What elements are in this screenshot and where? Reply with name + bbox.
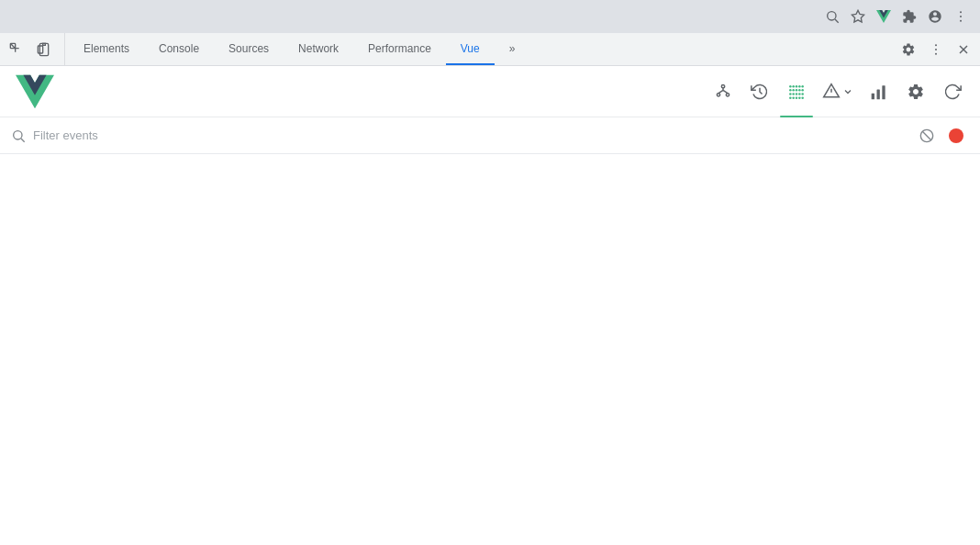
svg-point-12: [935, 52, 937, 54]
svg-point-25: [792, 89, 795, 92]
vue-settings-button[interactable]: [899, 75, 932, 108]
vue-toolbar-icons: [707, 75, 969, 108]
svg-point-4: [960, 16, 962, 17]
svg-point-10: [935, 44, 937, 46]
svg-point-19: [717, 93, 719, 95]
devtools-tabs: Elements Console Sources Network Perform…: [69, 33, 896, 65]
svg-point-11: [935, 49, 937, 50]
vue-toolbar: [0, 66, 980, 117]
devtools-panel-controls: [4, 33, 65, 65]
search-icon: [11, 128, 26, 143]
svg-rect-46: [882, 85, 885, 99]
svg-point-33: [801, 89, 804, 92]
svg-point-22: [792, 84, 795, 87]
performance-tab-button[interactable]: [863, 75, 896, 108]
svg-point-29: [796, 93, 798, 95]
svg-rect-45: [877, 89, 880, 99]
extensions-icon[interactable]: [901, 8, 918, 25]
svg-point-31: [801, 84, 804, 87]
svg-point-0: [828, 12, 836, 20]
vue-content-area: [0, 154, 980, 545]
svg-point-47: [14, 130, 22, 139]
svg-rect-8: [43, 43, 46, 45]
svg-point-40: [801, 96, 804, 99]
search-icon[interactable]: [824, 8, 841, 25]
chrome-topbar: [0, 0, 980, 33]
filter-events-input[interactable]: [33, 128, 907, 142]
svg-point-24: [789, 89, 792, 92]
vue-extension-icon[interactable]: [875, 8, 892, 25]
svg-line-48: [21, 139, 25, 142]
history-button[interactable]: [743, 75, 776, 108]
svg-point-3: [960, 11, 962, 13]
tab-performance[interactable]: Performance: [353, 33, 446, 65]
refresh-button[interactable]: [936, 75, 969, 108]
svg-point-28: [792, 93, 795, 95]
tab-console[interactable]: Console: [144, 33, 214, 65]
tab-vue[interactable]: Vue: [446, 33, 495, 65]
svg-point-20: [726, 93, 729, 95]
vue-logo: [11, 72, 59, 111]
filter-actions: [914, 123, 969, 149]
account-icon[interactable]: [927, 8, 943, 25]
chrome-menu-icon[interactable]: [952, 8, 969, 25]
tab-sources[interactable]: Sources: [214, 33, 284, 65]
inspect-element-button[interactable]: [4, 37, 29, 62]
vue-panel: [0, 66, 980, 545]
clear-events-button[interactable]: [914, 123, 940, 149]
svg-point-30: [798, 84, 801, 87]
routing-button[interactable]: [817, 75, 859, 108]
svg-point-32: [798, 89, 801, 92]
svg-point-34: [798, 93, 801, 95]
devtools-tabbar-actions: [896, 33, 976, 65]
svg-point-23: [796, 84, 798, 87]
events-button[interactable]: [780, 75, 813, 108]
svg-rect-44: [872, 93, 874, 99]
svg-point-26: [796, 89, 798, 92]
devtools-close-button[interactable]: [951, 37, 976, 62]
vue-filter-bar: [0, 117, 980, 154]
devtools-more-button[interactable]: [923, 37, 949, 62]
tab-elements[interactable]: Elements: [69, 33, 144, 65]
svg-point-27: [789, 93, 792, 95]
record-indicator: [949, 128, 963, 143]
svg-line-50: [922, 131, 930, 139]
svg-point-38: [796, 96, 798, 99]
component-tree-button[interactable]: [707, 75, 740, 108]
record-button[interactable]: [943, 123, 969, 149]
device-toggle-button[interactable]: [31, 37, 57, 62]
devtools-settings-button[interactable]: [896, 37, 921, 62]
svg-point-21: [789, 84, 792, 87]
star-icon[interactable]: [850, 8, 866, 25]
svg-point-15: [721, 84, 724, 87]
tab-more[interactable]: »: [495, 33, 530, 65]
svg-point-5: [960, 20, 962, 22]
devtools-panel: Elements Console Sources Network Perform…: [0, 33, 980, 545]
svg-point-36: [789, 96, 792, 99]
svg-point-39: [798, 96, 801, 99]
devtools-tabbar: Elements Console Sources Network Perform…: [0, 33, 980, 66]
svg-marker-2: [852, 10, 863, 22]
svg-point-35: [801, 93, 804, 95]
svg-line-1: [835, 19, 839, 23]
tab-network[interactable]: Network: [284, 33, 353, 65]
svg-point-37: [792, 96, 795, 99]
